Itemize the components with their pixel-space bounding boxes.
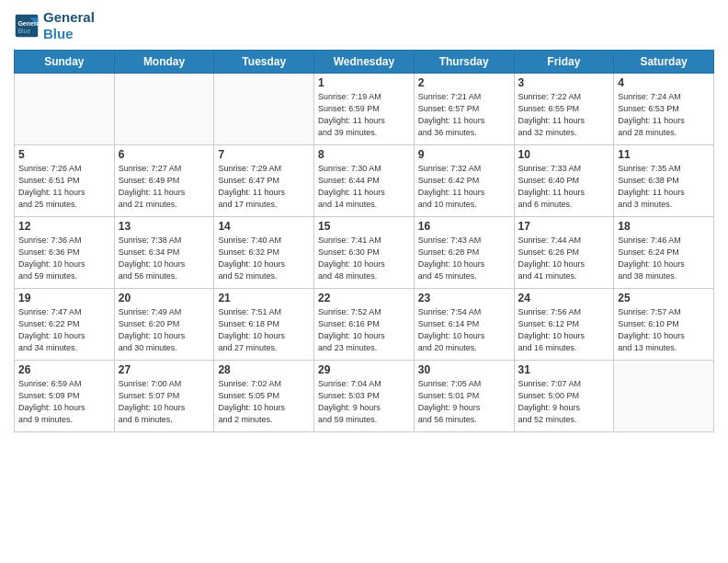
- day-info: Sunrise: 7:26 AMSunset: 6:51 PMDaylight:…: [18, 163, 110, 211]
- calendar-cell: 28Sunrise: 7:02 AMSunset: 5:05 PMDayligh…: [214, 361, 314, 432]
- svg-text:General: General: [17, 20, 40, 27]
- calendar-week-4: 19Sunrise: 7:47 AMSunset: 6:22 PMDayligh…: [15, 289, 714, 361]
- calendar-cell: 8Sunrise: 7:30 AMSunset: 6:44 PMDaylight…: [314, 145, 415, 217]
- day-info: Sunrise: 7:51 AMSunset: 6:18 PMDaylight:…: [218, 306, 310, 354]
- day-number: 22: [318, 292, 410, 304]
- calendar-cell: 19Sunrise: 7:47 AMSunset: 6:22 PMDayligh…: [15, 289, 115, 361]
- calendar-cell: 3Sunrise: 7:22 AMSunset: 6:55 PMDaylight…: [514, 74, 614, 145]
- day-number: 12: [18, 220, 110, 233]
- day-info: Sunrise: 7:29 AMSunset: 6:47 PMDaylight:…: [218, 163, 310, 211]
- calendar-week-2: 5Sunrise: 7:26 AMSunset: 6:51 PMDaylight…: [15, 145, 714, 217]
- calendar-cell: 22Sunrise: 7:52 AMSunset: 6:16 PMDayligh…: [314, 289, 415, 361]
- calendar-header-wednesday: Wednesday: [314, 51, 415, 74]
- day-info: Sunrise: 7:35 AMSunset: 6:38 PMDaylight:…: [618, 163, 710, 211]
- calendar-cell: 29Sunrise: 7:04 AMSunset: 5:03 PMDayligh…: [314, 361, 415, 432]
- day-number: 3: [518, 76, 610, 89]
- calendar-table: SundayMondayTuesdayWednesdayThursdayFrid…: [14, 50, 714, 432]
- day-number: 7: [218, 148, 310, 161]
- day-info: Sunrise: 7:33 AMSunset: 6:40 PMDaylight:…: [518, 163, 610, 211]
- day-info: Sunrise: 7:02 AMSunset: 5:05 PMDaylight:…: [218, 378, 310, 426]
- day-number: 14: [218, 220, 310, 233]
- day-number: 25: [618, 292, 710, 304]
- day-info: Sunrise: 7:04 AMSunset: 5:03 PMDaylight:…: [318, 378, 410, 426]
- calendar-cell: 21Sunrise: 7:51 AMSunset: 6:18 PMDayligh…: [214, 289, 314, 361]
- day-number: 5: [18, 148, 110, 161]
- logo-icon: General Blue: [14, 13, 40, 39]
- calendar-header-sunday: Sunday: [15, 51, 115, 74]
- calendar-cell: 30Sunrise: 7:05 AMSunset: 5:01 PMDayligh…: [414, 361, 514, 432]
- day-number: 11: [618, 148, 710, 161]
- day-number: 8: [318, 148, 410, 161]
- calendar-header-tuesday: Tuesday: [214, 51, 314, 74]
- calendar-cell: 4Sunrise: 7:24 AMSunset: 6:53 PMDaylight…: [614, 74, 714, 145]
- svg-text:Blue: Blue: [17, 28, 30, 34]
- day-number: 29: [318, 363, 410, 376]
- day-number: 31: [518, 363, 610, 376]
- day-info: Sunrise: 7:43 AMSunset: 6:28 PMDaylight:…: [418, 235, 510, 282]
- day-number: 17: [518, 220, 610, 233]
- calendar-cell: [15, 74, 115, 145]
- day-info: Sunrise: 7:30 AMSunset: 6:44 PMDaylight:…: [318, 163, 410, 211]
- day-number: 24: [518, 292, 610, 304]
- day-number: 19: [18, 292, 110, 304]
- day-info: Sunrise: 7:44 AMSunset: 6:26 PMDaylight:…: [518, 235, 610, 282]
- day-info: Sunrise: 7:05 AMSunset: 5:01 PMDaylight:…: [418, 378, 510, 426]
- calendar-cell: 12Sunrise: 7:36 AMSunset: 6:36 PMDayligh…: [15, 217, 115, 289]
- calendar-header-thursday: Thursday: [414, 51, 514, 74]
- calendar-cell: 26Sunrise: 6:59 AMSunset: 5:09 PMDayligh…: [15, 361, 115, 432]
- calendar-cell: [214, 74, 314, 145]
- calendar-header-row: SundayMondayTuesdayWednesdayThursdayFrid…: [15, 51, 714, 74]
- day-number: 6: [119, 148, 210, 161]
- day-info: Sunrise: 7:24 AMSunset: 6:53 PMDaylight:…: [618, 91, 710, 139]
- calendar-header-monday: Monday: [114, 51, 214, 74]
- calendar-week-5: 26Sunrise: 6:59 AMSunset: 5:09 PMDayligh…: [15, 361, 714, 432]
- day-info: Sunrise: 7:07 AMSunset: 5:00 PMDaylight:…: [518, 378, 610, 426]
- day-info: Sunrise: 7:36 AMSunset: 6:36 PMDaylight:…: [18, 235, 110, 282]
- day-info: Sunrise: 7:27 AMSunset: 6:49 PMDaylight:…: [119, 163, 210, 211]
- calendar-cell: 13Sunrise: 7:38 AMSunset: 6:34 PMDayligh…: [114, 217, 214, 289]
- calendar-cell: 16Sunrise: 7:43 AMSunset: 6:28 PMDayligh…: [414, 217, 514, 289]
- calendar-cell: 11Sunrise: 7:35 AMSunset: 6:38 PMDayligh…: [614, 145, 714, 217]
- day-number: 30: [418, 363, 510, 376]
- day-info: Sunrise: 7:32 AMSunset: 6:42 PMDaylight:…: [418, 163, 510, 211]
- day-number: 20: [119, 292, 210, 304]
- day-info: Sunrise: 6:59 AMSunset: 5:09 PMDaylight:…: [18, 378, 110, 426]
- page: General Blue General Blue SundayMondayTu…: [0, 0, 728, 563]
- calendar-week-1: 1Sunrise: 7:19 AMSunset: 6:59 PMDaylight…: [15, 74, 714, 145]
- day-info: Sunrise: 7:41 AMSunset: 6:30 PMDaylight:…: [318, 235, 410, 282]
- calendar-cell: [114, 74, 214, 145]
- day-info: Sunrise: 7:52 AMSunset: 6:16 PMDaylight:…: [318, 306, 410, 354]
- calendar-cell: 1Sunrise: 7:19 AMSunset: 6:59 PMDaylight…: [314, 74, 415, 145]
- calendar-week-3: 12Sunrise: 7:36 AMSunset: 6:36 PMDayligh…: [15, 217, 714, 289]
- day-number: 27: [119, 363, 210, 376]
- day-number: 23: [418, 292, 510, 304]
- calendar-cell: 25Sunrise: 7:57 AMSunset: 6:10 PMDayligh…: [614, 289, 714, 361]
- calendar-cell: 14Sunrise: 7:40 AMSunset: 6:32 PMDayligh…: [214, 217, 314, 289]
- day-number: 18: [618, 220, 710, 233]
- day-number: 13: [119, 220, 210, 233]
- calendar-cell: 6Sunrise: 7:27 AMSunset: 6:49 PMDaylight…: [114, 145, 214, 217]
- day-number: 28: [218, 363, 310, 376]
- calendar-cell: 20Sunrise: 7:49 AMSunset: 6:20 PMDayligh…: [114, 289, 214, 361]
- day-number: 1: [318, 76, 410, 89]
- day-number: 16: [418, 220, 510, 233]
- calendar-cell: 17Sunrise: 7:44 AMSunset: 6:26 PMDayligh…: [514, 217, 614, 289]
- day-number: 21: [218, 292, 310, 304]
- logo-text: General Blue: [43, 9, 95, 42]
- day-info: Sunrise: 7:47 AMSunset: 6:22 PMDaylight:…: [18, 306, 110, 354]
- logo: General Blue General Blue: [14, 9, 95, 42]
- calendar-cell: 18Sunrise: 7:46 AMSunset: 6:24 PMDayligh…: [614, 217, 714, 289]
- day-number: 4: [618, 76, 710, 89]
- calendar-cell: 9Sunrise: 7:32 AMSunset: 6:42 PMDaylight…: [414, 145, 514, 217]
- calendar-header-saturday: Saturday: [614, 51, 714, 74]
- calendar-cell: 15Sunrise: 7:41 AMSunset: 6:30 PMDayligh…: [314, 217, 415, 289]
- day-number: 15: [318, 220, 410, 233]
- day-info: Sunrise: 7:49 AMSunset: 6:20 PMDaylight:…: [119, 306, 210, 354]
- calendar-cell: 10Sunrise: 7:33 AMSunset: 6:40 PMDayligh…: [514, 145, 614, 217]
- day-info: Sunrise: 7:40 AMSunset: 6:32 PMDaylight:…: [218, 235, 310, 282]
- header: General Blue General Blue: [14, 9, 714, 42]
- day-info: Sunrise: 7:46 AMSunset: 6:24 PMDaylight:…: [618, 235, 710, 282]
- day-info: Sunrise: 7:38 AMSunset: 6:34 PMDaylight:…: [119, 235, 210, 282]
- day-info: Sunrise: 7:19 AMSunset: 6:59 PMDaylight:…: [318, 91, 410, 139]
- day-number: 9: [418, 148, 510, 161]
